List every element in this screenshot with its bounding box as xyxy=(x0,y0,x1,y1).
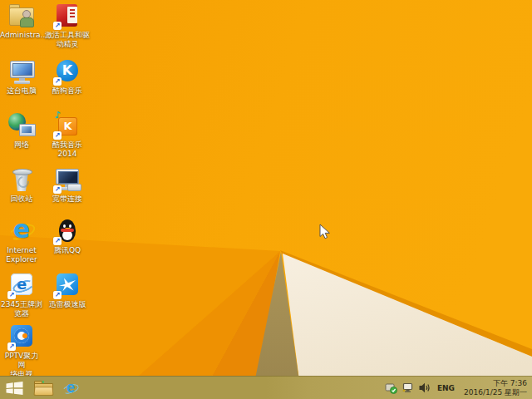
desktop-icon-kuwo[interactable]: K ♪ ↗ 酷我音乐 2014 xyxy=(44,111,91,159)
desktop: Administra... 这台电脑 网络 回收站 e Internet Exp… xyxy=(0,0,532,399)
icon-label: 酷狗音乐 xyxy=(44,86,91,96)
icon-label: 网络 xyxy=(0,140,43,150)
shortcut-arrow-icon: ↗ xyxy=(53,237,62,245)
file-explorer-icon xyxy=(34,381,52,395)
kuwo-music-icon: K ♪ ↗ xyxy=(53,111,81,140)
xunlei-thunder-icon: ↗ xyxy=(53,271,81,299)
icon-label: 激活工具和驱 动精灵 xyxy=(44,31,91,49)
clock-date: 2016/1/25 星期一 xyxy=(464,388,527,397)
taskbar: e xyxy=(0,376,532,399)
taskbar-clock[interactable]: 下午 7:36 2016/1/25 星期一 xyxy=(461,379,527,397)
shortcut-arrow-icon: ↗ xyxy=(53,291,62,299)
shortcut-arrow-icon: ↗ xyxy=(7,342,16,351)
network-warning-icon[interactable] xyxy=(401,382,414,394)
icon-label: 宽带连接 xyxy=(44,195,91,204)
desktop-icon-internet-explorer[interactable]: e Internet Explorer xyxy=(0,217,43,264)
shortcut-arrow-icon: ↗ xyxy=(53,131,62,140)
file-explorer-button[interactable] xyxy=(28,377,57,399)
desktop-icon-this-pc[interactable]: 这台电脑 xyxy=(0,57,43,96)
internet-explorer-icon: e xyxy=(62,380,79,397)
desktop-icon-qq[interactable]: ↗ 腾讯QQ xyxy=(44,217,91,255)
shortcut-arrow-icon: ↗ xyxy=(53,77,62,86)
volume-icon[interactable] xyxy=(418,382,431,394)
desktop-icon-broadband[interactable]: ↗ 宽带连接 xyxy=(44,165,91,204)
pptv-icon: ↗ xyxy=(7,323,36,351)
internet-explorer-icon: e xyxy=(7,217,36,245)
shortcut-arrow-icon: ↗ xyxy=(53,22,62,30)
broadband-connection-icon: ↗ xyxy=(53,165,81,194)
network-icon xyxy=(7,111,36,140)
icon-label: Administra... xyxy=(0,31,43,40)
icon-label: 酷我音乐 2014 xyxy=(44,140,91,159)
desktop-icon-recycle-bin[interactable]: 回收站 xyxy=(0,165,43,204)
icon-label: 腾讯QQ xyxy=(44,246,91,255)
clock-time: 下午 7:36 xyxy=(464,379,527,388)
2345-browser-icon: e ↗ xyxy=(7,271,36,299)
desktop-icon-administrator[interactable]: Administra... xyxy=(0,2,43,40)
activation-tool-icon: ↗ xyxy=(53,2,81,30)
language-indicator[interactable]: ENG xyxy=(435,384,457,392)
system-tray: ENG 下午 7:36 2016/1/25 星期一 xyxy=(385,377,532,399)
desktop-icon-pptv[interactable]: ↗ PPTV聚力 网 络电视 xyxy=(0,323,43,379)
this-pc-icon xyxy=(7,57,36,86)
icon-label: 迅雷极速版 xyxy=(44,300,91,309)
administrator-folder-icon xyxy=(7,2,36,30)
device-status-ok-icon[interactable] xyxy=(385,382,397,394)
windows-logo-icon xyxy=(6,382,23,395)
tencent-qq-icon: ↗ xyxy=(53,217,81,245)
music-note-icon: ♪ xyxy=(55,110,61,121)
icon-label: 2345王牌浏 览器 xyxy=(0,300,43,318)
desktop-icon-kugou[interactable]: K ↗ 酷狗音乐 xyxy=(44,57,91,96)
icon-label: 回收站 xyxy=(0,195,43,204)
shortcut-arrow-icon: ↗ xyxy=(53,185,62,194)
desktop-icon-2345-browser[interactable]: e ↗ 2345王牌浏 览器 xyxy=(0,271,43,318)
desktop-icon-xunlei[interactable]: ↗ 迅雷极速版 xyxy=(44,271,91,309)
shortcut-arrow-icon: ↗ xyxy=(7,291,16,299)
desktop-icon-activation-tool[interactable]: ↗ 激活工具和驱 动精灵 xyxy=(44,2,91,49)
kugou-music-icon: K ↗ xyxy=(53,57,81,86)
icon-label: Internet Explorer xyxy=(0,246,43,264)
desktop-icon-network[interactable]: 网络 xyxy=(0,111,43,150)
icon-label: 这台电脑 xyxy=(0,86,43,96)
start-button[interactable] xyxy=(0,377,28,399)
internet-explorer-button[interactable]: e xyxy=(57,377,85,399)
recycle-bin-icon xyxy=(7,165,36,194)
